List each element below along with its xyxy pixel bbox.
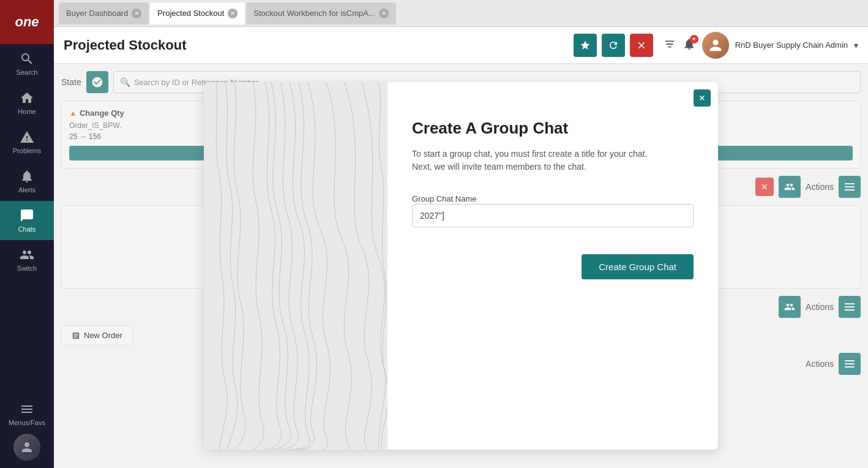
- user-dropdown-arrow[interactable]: ▾: [854, 40, 858, 50]
- sidebar-item-home-label: Home: [18, 108, 36, 115]
- sidebar-item-menus-label: Menus/Favs: [9, 419, 45, 426]
- sidebar-item-chats-label: Chats: [18, 225, 36, 233]
- modal-content: ✕ Create A Group Chat To start a group c…: [387, 82, 718, 450]
- content-area: State 🔍 ▲ Change Qty: [54, 64, 868, 468]
- notification-count: ★: [690, 35, 698, 43]
- tab-projected-stockout-close[interactable]: ✕: [228, 9, 238, 18]
- sidebar-item-switch[interactable]: Switch: [0, 240, 54, 279]
- close-page-button[interactable]: [630, 34, 653, 57]
- sidebar-item-problems[interactable]: Problems: [0, 123, 54, 162]
- tab-stockout-workbench-label: Stockout Workbench for isCmpA...: [253, 9, 375, 18]
- sidebar-item-home[interactable]: Home: [0, 83, 54, 123]
- sidebar-item-problems-label: Problems: [13, 147, 41, 154]
- create-group-chat-button[interactable]: Create Group Chat: [582, 254, 694, 279]
- user-name-label: RnD Buyer Supply Chain Admin: [735, 40, 848, 50]
- sidebar-item-alerts[interactable]: Alerts: [0, 162, 54, 201]
- tab-buyer-dashboard-label: Buyer Dashboard: [66, 9, 128, 18]
- app-logo[interactable]: one: [0, 0, 54, 44]
- svg-rect-0: [204, 82, 387, 450]
- header-actions: [574, 34, 653, 57]
- tab-projected-stockout[interactable]: Projected Stockout ✕: [150, 2, 245, 25]
- favorite-button[interactable]: [574, 34, 597, 57]
- user-avatar: [702, 32, 729, 59]
- sidebar-item-switch-label: Switch: [17, 265, 37, 272]
- notification-bell[interactable]: ★: [683, 37, 696, 53]
- sidebar-bottom: [0, 434, 54, 468]
- tab-projected-stockout-label: Projected Stockout: [157, 9, 224, 18]
- modal-title: Create A Group Chat: [412, 119, 694, 138]
- modal-field-group: Group Chat Name: [412, 193, 694, 227]
- tab-buyer-dashboard-close[interactable]: ✕: [132, 9, 141, 18]
- group-chat-name-label: Group Chat Name: [412, 194, 477, 203]
- modal-decoration: [204, 82, 387, 450]
- group-chat-name-input[interactable]: [412, 204, 694, 227]
- tab-buyer-dashboard[interactable]: Buyer Dashboard ✕: [59, 2, 149, 25]
- modal-description: To start a group chat, you must first cr…: [412, 148, 694, 173]
- sidebar-item-menus[interactable]: Menus/Favs: [0, 394, 54, 434]
- sidebar-item-search[interactable]: Search: [0, 44, 54, 83]
- sidebar-item-chats[interactable]: Chats: [0, 201, 54, 240]
- tab-bar: Buyer Dashboard ✕ Projected Stockout ✕ S…: [54, 0, 868, 27]
- main-area: Buyer Dashboard ✕ Projected Stockout ✕ S…: [54, 0, 868, 468]
- page-title: Projected Stockout: [64, 37, 574, 53]
- sidebar-item-alerts-label: Alerts: [18, 186, 36, 194]
- tab-stockout-workbench-close[interactable]: ✕: [379, 9, 389, 18]
- user-avatar-sidebar[interactable]: [13, 434, 40, 461]
- notifications-icon[interactable]: [663, 37, 676, 53]
- modal-close-button[interactable]: ✕: [694, 89, 711, 107]
- sidebar-item-search-label: Search: [17, 69, 38, 76]
- tab-stockout-workbench[interactable]: Stockout Workbench for isCmpA... ✕: [246, 2, 395, 25]
- header-right: ★ RnD Buyer Supply Chain Admin ▾: [663, 32, 858, 59]
- modal-overlay: ✕ Create A Group Chat To start a group c…: [54, 64, 868, 468]
- group-chat-modal: ✕ Create A Group Chat To start a group c…: [204, 82, 718, 450]
- sidebar: one Search Home Problems Alerts Chats Sw…: [0, 0, 54, 468]
- refresh-button[interactable]: [602, 34, 625, 57]
- page-header: Projected Stockout ★: [54, 27, 868, 64]
